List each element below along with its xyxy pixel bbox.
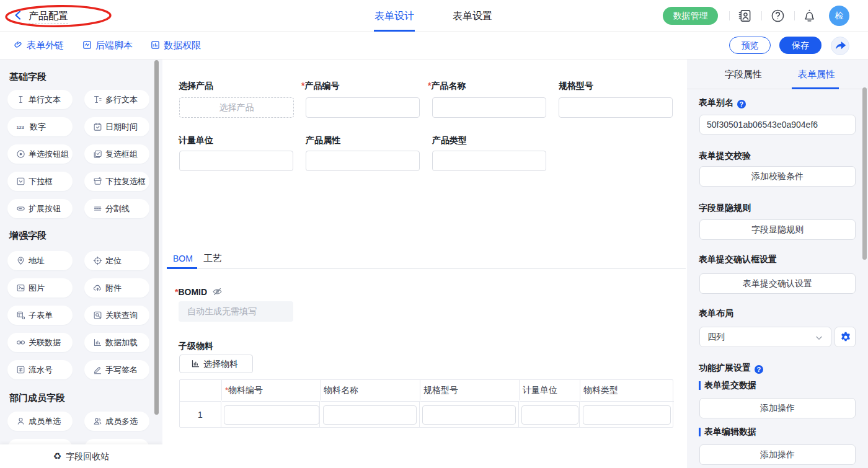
svg-text:123: 123 <box>16 125 24 130</box>
